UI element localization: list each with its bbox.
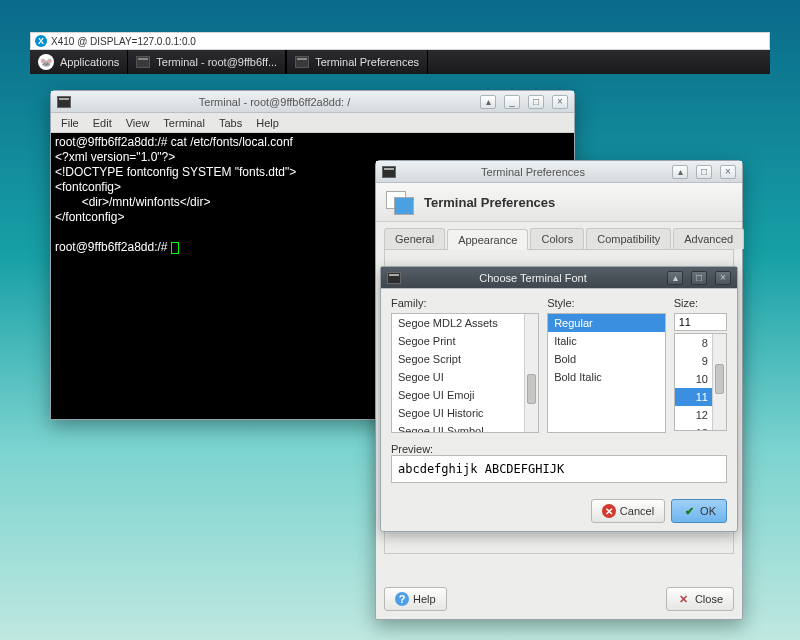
maximize-button[interactable]: □ (696, 165, 712, 179)
terminal-icon (57, 96, 71, 108)
list-item[interactable]: Italic (548, 332, 665, 350)
cancel-button[interactable]: ✕Cancel (591, 499, 665, 523)
list-item[interactable]: Segoe UI Emoji (392, 386, 538, 404)
terminal-menubar: File Edit View Terminal Tabs Help (51, 113, 574, 133)
scroll-thumb[interactable] (715, 364, 724, 394)
taskbar-item-prefs[interactable]: Terminal Preferences (286, 50, 428, 74)
list-item[interactable]: Segoe UI Symbol (392, 422, 538, 433)
list-item[interactable]: Bold Italic (548, 368, 665, 386)
close-prefs-button[interactable]: ✕Close (666, 587, 734, 611)
maximize-button[interactable]: □ (691, 271, 707, 285)
list-item[interactable]: Segoe UI (392, 368, 538, 386)
cancel-icon: ✕ (602, 504, 616, 518)
family-listbox[interactable]: Segoe MDL2 Assets Segoe Print Segoe Scri… (391, 313, 539, 433)
window-icon (295, 56, 309, 68)
help-label: Help (413, 593, 436, 605)
term-line: <dir>/mnt/winfonts</dir> (55, 195, 210, 209)
terminal-title: Terminal - root@9ffb6ff2a8dd: / (77, 96, 472, 108)
taskbar-item-terminal[interactable]: Terminal - root@9ffb6ff... (127, 50, 286, 74)
font-dialog-titlebar[interactable]: Choose Terminal Font ▴ □ × (381, 267, 737, 289)
xfce-mouse-icon: 🐭 (38, 54, 54, 70)
dialog-icon (387, 272, 401, 284)
minimize-button[interactable]: _ (504, 95, 520, 109)
style-listbox[interactable]: Regular Italic Bold Bold Italic (547, 313, 666, 433)
menu-file[interactable]: File (55, 115, 85, 131)
close-button[interactable]: × (552, 95, 568, 109)
font-dialog: Choose Terminal Font ▴ □ × Family: Segoe… (380, 266, 738, 532)
scrollbar[interactable] (712, 334, 726, 430)
scroll-thumb[interactable] (527, 374, 536, 404)
list-item[interactable]: Regular (548, 314, 665, 332)
term-line: <!DOCTYPE fontconfig SYSTEM "fonts.dtd"> (55, 165, 296, 179)
preferences-window: Terminal Preferences ▴ □ × Terminal Pref… (375, 160, 743, 620)
applications-menu[interactable]: 🐭 Applications (30, 50, 127, 74)
list-item[interactable]: Segoe Print (392, 332, 538, 350)
preview-label: Preview: (391, 443, 433, 455)
list-item[interactable]: Bold (548, 350, 665, 368)
close-button[interactable]: × (715, 271, 731, 285)
host-titlebar: X X410 @ DISPLAY=127.0.0.1:0.0 (30, 32, 770, 50)
prefs-tabs: General Appearance Colors Compatibility … (376, 222, 742, 249)
task-prefs-label: Terminal Preferences (315, 56, 419, 68)
close-button[interactable]: × (720, 165, 736, 179)
family-label: Family: (391, 297, 539, 309)
size-input[interactable] (674, 313, 727, 331)
menu-view[interactable]: View (120, 115, 156, 131)
prefs-heading: Terminal Preferences (424, 195, 555, 210)
term-line: <?xml version="1.0"?> (55, 150, 175, 164)
preview-input[interactable] (391, 455, 727, 483)
scrollbar[interactable] (524, 314, 538, 432)
task-terminal-label: Terminal - root@9ffb6ff... (156, 56, 277, 68)
maximize-button[interactable]: □ (528, 95, 544, 109)
window-icon (136, 56, 150, 68)
term-line: root@9ffb6ff2a8dd:/# (55, 240, 171, 254)
menu-tabs[interactable]: Tabs (213, 115, 248, 131)
prefs-header: Terminal Preferences (376, 183, 742, 222)
style-label: Style: (547, 297, 666, 309)
tab-compatibility[interactable]: Compatibility (586, 228, 671, 249)
term-line: root@9ffb6ff2a8dd:/# cat /etc/fonts/loca… (55, 135, 293, 149)
ok-label: OK (700, 505, 716, 517)
menu-help[interactable]: Help (250, 115, 285, 131)
menu-edit[interactable]: Edit (87, 115, 118, 131)
list-item[interactable]: Segoe UI Historic (392, 404, 538, 422)
font-dialog-title: Choose Terminal Font (407, 272, 659, 284)
term-line: <fontconfig> (55, 180, 121, 194)
menu-terminal[interactable]: Terminal (157, 115, 211, 131)
list-item[interactable]: Segoe Script (392, 350, 538, 368)
help-button[interactable]: ?Help (384, 587, 447, 611)
ok-icon: ✔ (682, 504, 696, 518)
host-title: X410 @ DISPLAY=127.0.0.1:0.0 (51, 36, 196, 47)
shade-button[interactable]: ▴ (672, 165, 688, 179)
size-listbox[interactable]: 8 9 10 11 12 13 14 (674, 333, 727, 431)
shade-button[interactable]: ▴ (667, 271, 683, 285)
x410-icon: X (35, 35, 47, 47)
tab-colors[interactable]: Colors (530, 228, 584, 249)
cancel-label: Cancel (620, 505, 654, 517)
prefs-title: Terminal Preferences (402, 166, 664, 178)
terminal-titlebar[interactable]: Terminal - root@9ffb6ff2a8dd: / ▴ _ □ × (51, 91, 574, 113)
prefs-body: Choose Terminal Font ▴ □ × Family: Segoe… (384, 249, 734, 554)
help-icon: ? (395, 592, 409, 606)
close-icon: ✕ (677, 592, 691, 606)
prefs-icon (382, 166, 396, 178)
shade-button[interactable]: ▴ (480, 95, 496, 109)
cursor-icon (171, 242, 179, 254)
header-icon (394, 197, 414, 215)
size-label: Size: (674, 297, 727, 309)
font-dialog-body: Family: Segoe MDL2 Assets Segoe Print Se… (381, 289, 737, 491)
prefs-titlebar[interactable]: Terminal Preferences ▴ □ × (376, 161, 742, 183)
applications-label: Applications (60, 56, 119, 68)
list-item[interactable]: Segoe MDL2 Assets (392, 314, 538, 332)
xfce-panel: 🐭 Applications Terminal - root@9ffb6ff..… (30, 50, 770, 74)
tab-advanced[interactable]: Advanced (673, 228, 744, 249)
close-label: Close (695, 593, 723, 605)
tab-appearance[interactable]: Appearance (447, 229, 528, 250)
ok-button[interactable]: ✔OK (671, 499, 727, 523)
tab-general[interactable]: General (384, 228, 445, 249)
term-line: </fontconfig> (55, 210, 124, 224)
